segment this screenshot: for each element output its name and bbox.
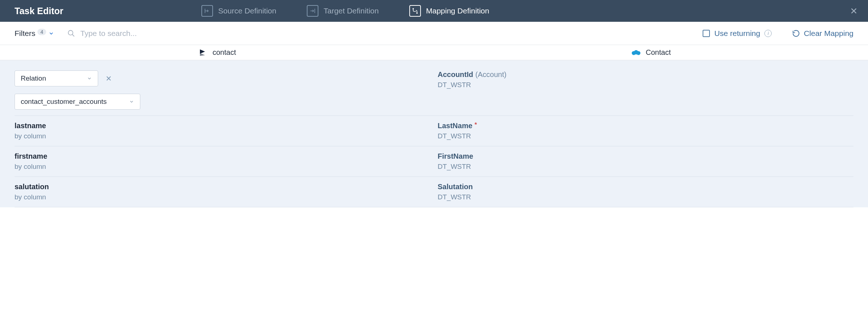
target-def-icon: [307, 5, 318, 17]
search-icon: [67, 29, 75, 37]
relation-type-select[interactable]: Relation: [15, 70, 98, 86]
entity-header: contact Contact: [0, 45, 868, 60]
mapping-row[interactable]: salutation by column Salutation DT_WSTR: [15, 177, 853, 207]
source-field-sub: by column: [15, 132, 430, 140]
chevron-down-icon: [129, 99, 134, 104]
relation-value-select[interactable]: contact_customer_accounts: [15, 94, 140, 110]
mapping-body: Relation contact_customer_accounts Ac: [0, 60, 868, 207]
target-field-type: DT_WSTR: [438, 81, 853, 89]
target-field-name: Salutation: [438, 183, 473, 191]
tab-label: Target Definition: [324, 7, 379, 15]
target-entity: Contact: [434, 48, 868, 57]
search-container: [67, 29, 703, 38]
tab-label: Mapping Definition: [426, 7, 489, 15]
tab-label: Source Definition: [218, 7, 276, 15]
source-col: Relation contact_customer_accounts: [15, 70, 438, 110]
tab-target-definition[interactable]: Target Definition: [307, 5, 379, 17]
target-field-type: DT_WSTR: [438, 163, 853, 171]
target-entity-label: Contact: [646, 48, 671, 57]
remove-relation-button[interactable]: [105, 75, 112, 82]
target-field-name: LastName: [438, 122, 473, 130]
target-col: AccountId (Account) DT_WSTR: [438, 70, 853, 110]
target-field-type: DT_WSTR: [438, 132, 853, 140]
source-entity-label: contact: [213, 48, 236, 57]
filters-button[interactable]: Filters 4: [15, 29, 54, 38]
use-returning-label: Use returning: [714, 29, 760, 38]
dynamics-icon: [198, 48, 208, 57]
mapping-row-relation: Relation contact_customer_accounts Ac: [15, 65, 853, 116]
checkbox-icon: [703, 30, 710, 37]
clear-mapping-button[interactable]: Clear Mapping: [792, 29, 853, 38]
source-def-icon: [201, 5, 213, 17]
salesforce-icon: [631, 48, 641, 57]
search-input[interactable]: [80, 29, 233, 38]
source-field-sub: by column: [15, 193, 430, 201]
svg-point-0: [413, 8, 414, 9]
svg-point-5: [636, 51, 640, 55]
info-icon[interactable]: i: [764, 30, 772, 37]
app-title: Task Editor: [0, 6, 78, 16]
chevron-down-icon: [87, 76, 92, 81]
tab-mapping-definition[interactable]: Mapping Definition: [409, 5, 489, 17]
source-field-name: firstname: [15, 152, 430, 160]
header-bar: Task Editor Source Definition Target Def…: [0, 0, 868, 22]
select-value: Relation: [21, 74, 46, 82]
select-value: contact_customer_accounts: [21, 98, 107, 106]
mapping-row[interactable]: lastname by column LastName* DT_WSTR: [15, 116, 853, 146]
refresh-icon: [792, 29, 800, 37]
svg-point-2: [68, 30, 73, 35]
close-button[interactable]: [850, 7, 858, 15]
use-returning-toggle[interactable]: Use returning i: [703, 29, 772, 38]
source-entity: contact: [0, 48, 434, 57]
toolbar: Filters 4 Use returning i Clear Mapping: [0, 22, 868, 45]
required-marker: *: [475, 121, 477, 129]
tab-source-definition[interactable]: Source Definition: [201, 5, 276, 17]
mapping-row[interactable]: firstname by column FirstName DT_WSTR: [15, 146, 853, 177]
source-field-name: lastname: [15, 122, 430, 130]
target-field-name: AccountId: [438, 70, 473, 79]
target-field-name: FirstName: [438, 152, 473, 160]
clear-mapping-label: Clear Mapping: [804, 29, 853, 38]
filters-label: Filters: [15, 29, 35, 38]
target-field-type: DT_WSTR: [438, 193, 853, 201]
target-field-note: (Account): [475, 70, 507, 79]
toolbar-right: Use returning i Clear Mapping: [703, 29, 853, 38]
mapping-def-icon: [409, 5, 421, 17]
header-tabs: Source Definition Target Definition Mapp…: [201, 5, 489, 17]
source-field-name: salutation: [15, 183, 430, 191]
filters-count-badge: 4: [37, 29, 46, 35]
svg-point-1: [417, 13, 417, 13]
chevron-down-icon: [48, 31, 54, 36]
source-field-sub: by column: [15, 163, 430, 171]
